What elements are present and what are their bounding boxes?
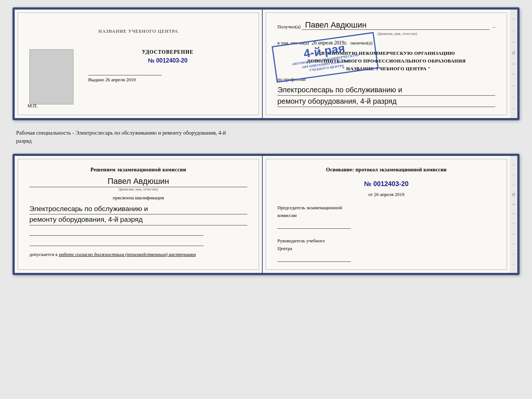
fio-label-top: (фамилия, имя, отчество) <box>299 32 495 36</box>
rukov-line2: Центра <box>277 246 495 252</box>
recipient-line: Получил(а) Павел Авдюшин – <box>277 21 495 30</box>
cert-info: УДОСТОВЕРЕНИЕ № 0012403-20 Выдано 26 апр… <box>29 49 247 104</box>
title-block: НАЗВАНИЕ УЧЕБНОГО ЦЕНТРА <box>29 28 247 35</box>
prisvoena-label: присвоена квалификация <box>29 195 247 201</box>
dopuskaetsya-block: допускается к работе согласно должностны… <box>29 252 247 257</box>
vtom-line: в том, что он(а) 26 апреля 2019г. окончи… <box>277 40 495 46</box>
qual-line1: Электрослесарь по обслуживанию и <box>29 204 247 215</box>
protocol-num: № 0012403-20 <box>277 180 495 188</box>
decision-title: Решением экзаменационной комиссии <box>29 167 247 173</box>
org-line3: " НАЗВАНИЕ УЧЕБНОГО ЦЕНТРА " <box>277 65 495 73</box>
sig-line-2 <box>29 239 204 246</box>
issued-label: Выдано <box>88 77 104 82</box>
bottom-right-page: Основание: протокол экзаменационной коми… <box>263 156 510 273</box>
right-edge-marks: – – – И ᵢа ← – – – <box>510 10 517 118</box>
chairman-line1: Председатель экзаменационной <box>277 205 495 211</box>
recipient-name: Павел Авдюшин <box>302 21 489 30</box>
udost-label: УДОСТОВЕРЕНИЕ <box>88 49 247 55</box>
issued-date: 26 апреля 2019 <box>105 77 136 82</box>
rukov-line1: Руководитель учебного <box>277 238 495 244</box>
ot-date-val: 26 апреля 2019 <box>374 192 405 197</box>
bottom-fio-label: (фамилия, имя, отчество) <box>29 187 247 191</box>
top-booklet: НАЗВАНИЕ УЧЕБНОГО ЦЕНТРА УДОСТОВЕРЕНИЕ №… <box>12 7 520 120</box>
dop-label: допускается к <box>29 252 58 257</box>
profession-line1: Электрослесарь по обслуживанию и <box>277 84 495 96</box>
org-line1: АВТОНОМНУЮ НЕКОММЕРЧЕСКУЮ ОРГАНИЗАЦИЮ <box>277 50 495 57</box>
osnov-title: Основание: протокол экзаменационной коми… <box>277 167 495 173</box>
org-line2: ДОПОЛНИТЕЛЬНОГО ПРОФЕССИОНАЛЬНОГО ОБРАЗО… <box>277 57 495 65</box>
profession-line2: ремонту оборудования, 4-й разряд <box>277 96 495 107</box>
bottom-booklet: Решением экзаменационной комиссии Павел … <box>12 154 520 275</box>
sig-line-1 <box>29 228 204 236</box>
middle-text-line1: Рабочая специальность - Электрослесарь п… <box>16 130 226 136</box>
middle-text-line2: разряд <box>16 138 32 144</box>
top-right-page: 4-й рая АВТОНОМНОМУ НЕКОММЕРЧЕСКУЮ ОРГАН… <box>263 10 510 118</box>
chairman-line2: комиссии <box>277 213 495 218</box>
ot-label: от <box>368 192 373 197</box>
bottom-person-name: Павел Авдюшин <box>29 177 247 187</box>
mp-label: М.П. <box>28 103 37 109</box>
dop-italic: работе согласно должностным (производств… <box>59 252 195 257</box>
cert-number: № 0012403-20 <box>88 57 247 64</box>
cert-text: УДОСТОВЕРЕНИЕ № 0012403-20 Выдано 26 апр… <box>88 49 247 83</box>
org-block: АВТОНОМНУЮ НЕКОММЕРЧЕСКУЮ ОРГАНИЗАЦИЮ ДО… <box>277 50 495 72</box>
middle-text-block: Рабочая специальность - Электрослесарь п… <box>12 127 520 147</box>
photo-placeholder <box>29 49 73 104</box>
vtom-label: в том, что он(а) <box>277 40 309 46</box>
bottom-right-edge-marks: – – – И ᵢа ← – – – – – <box>510 156 517 273</box>
bottom-left-page: Решением экзаменационной комиссии Павел … <box>15 156 263 273</box>
issued-line: Выдано 26 апреля 2019 <box>88 75 162 83</box>
ot-date: от 26 апреля 2019 <box>277 192 495 197</box>
vtom-date: 26 апреля 2019г. <box>312 40 348 46</box>
received-label: Получил(а) <box>277 24 301 30</box>
top-left-page: НАЗВАНИЕ УЧЕБНОГО ЦЕНТРА УДОСТОВЕРЕНИЕ №… <box>15 10 263 118</box>
dash-after-name: – <box>493 24 496 30</box>
chairman-sig-line <box>277 221 351 229</box>
center-title: НАЗВАНИЕ УЧЕБНОГО ЦЕНТРА <box>29 28 247 35</box>
po-professii: по профессии <box>277 76 495 82</box>
finished-label: окончил(а) <box>351 40 373 46</box>
rukov-sig-line <box>277 254 351 262</box>
qual-line2: ремонту оборудования, 4-й разряд <box>29 214 247 225</box>
